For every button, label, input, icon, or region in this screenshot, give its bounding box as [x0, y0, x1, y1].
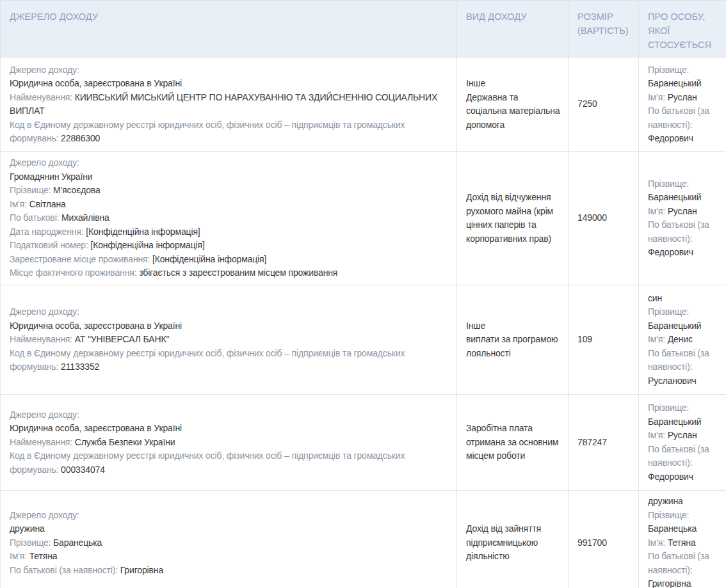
income-type-text: Заробітна плата отримана за основним міс… [466, 422, 560, 463]
amount-value: 7250 [577, 99, 597, 109]
person-field-label: Прізвище: [648, 179, 689, 189]
source-field-value: [Конфіденційна інформація] [152, 254, 266, 264]
source-field-label: По батькові: [10, 212, 59, 223]
source-field-value: 21133352 [61, 362, 99, 372]
table-row: Джерело доходу:Юридична особа, зареєстро… [1, 395, 726, 491]
person-field: дружина [648, 495, 718, 509]
source-field-label: По батькові (за наявності): [10, 565, 118, 575]
person-field-label: По батькові (за наявності): [648, 551, 709, 575]
person-field: син [648, 292, 718, 306]
income-type-cell: Іншевиплати за програмою лояльності [457, 285, 569, 395]
person-field-value: син [648, 293, 662, 303]
column-header-income-type: ВИД ДОХОДУ [457, 1, 569, 58]
source-field-label: Найменування: [10, 437, 72, 447]
person-field-label: По батькові (за наявності): [648, 106, 709, 130]
source-field-label: Прізвище: [10, 537, 51, 548]
person-field-value: Руслан [668, 92, 697, 102]
source-field-value: Григорівна [120, 565, 163, 575]
source-field-value: дружина [10, 523, 45, 534]
source-field: Юридична особа, зареєстрована в Україні [10, 77, 449, 91]
person-field-label: Ім'я: [648, 537, 665, 548]
amount-cell: 787247 [569, 395, 639, 491]
source-field-label: Податковий номер: [10, 240, 88, 250]
source-field-value: [Конфіденційна інформація] [86, 226, 200, 237]
source-field: Джерело доходу: [10, 63, 449, 77]
person-field: По батькові (за наявності): Русланович [648, 347, 718, 388]
person-field-value: Григорівна [648, 578, 691, 588]
amount-cell: 7250 [569, 58, 639, 152]
table-row: Джерело доходу:Громадянин УкраїниПрізвищ… [1, 152, 726, 285]
person-field-label: Ім'я: [648, 206, 665, 216]
source-field-label: Джерело доходу: [10, 65, 79, 75]
person-cell: Прізвище: БаранецькийІм'я: РусланПо бать… [639, 395, 726, 491]
person-field: Прізвище: Баранецький [648, 63, 718, 91]
source-cell: Джерело доходу:Юридична особа, зареєстро… [1, 58, 457, 152]
source-field-value: М'ясоєдова [53, 185, 101, 195]
person-field-label: По батькові (за наявності): [648, 348, 709, 372]
income-type-text: Державна та соціальна матеріальна допомо… [466, 91, 560, 132]
person-cell: синПрізвище: БаранецькийІм'я: ДенисПо ба… [639, 285, 726, 395]
source-field-label: Ім'я: [10, 199, 27, 209]
person-field-label: Прізвище: [648, 65, 689, 75]
person-field: По батькові (за наявності): Григорівна [648, 550, 718, 588]
person-field: Прізвище: Баранецька [648, 509, 718, 536]
amount-value: 787247 [577, 437, 607, 447]
source-field-label: Найменування: [10, 92, 72, 102]
income-type-cell: Дохід від відчуження рухомого майна (крі… [457, 152, 569, 285]
source-field-value: Світлана [29, 199, 66, 209]
table-row: Джерело доходу:Юридична особа, зареєстро… [1, 285, 726, 395]
source-field-label: Зареєстроване місце проживання: [10, 254, 150, 264]
person-field-value: Федорович [648, 472, 693, 482]
person-field-label: Ім'я: [648, 334, 665, 344]
person-field-value: Русланович [648, 376, 697, 386]
income-type-cell: ІншеДержавна та соціальна матеріальна до… [457, 58, 569, 152]
source-field: Дата народження: [Конфіденційна інформац… [10, 225, 449, 239]
source-field-value: 22886300 [61, 133, 100, 143]
source-field-value: [Конфіденційна інформація] [90, 240, 204, 250]
person-field-label: Прізвище: [648, 402, 689, 413]
source-field-label: Джерело доходу: [10, 306, 79, 317]
source-field-label: Прізвище: [10, 185, 51, 195]
column-header-person: ПРО ОСОБУ, ЯКОЇ СТОСУЄТЬСЯ [639, 1, 726, 58]
table-row: Джерело доходу:Юридична особа, зареєстро… [1, 58, 726, 152]
source-field-label: Джерело доходу: [10, 510, 79, 520]
column-header-amount-label: РОЗМІР (ВАРТІСТЬ) [577, 12, 629, 36]
source-field: Ім'я: Світлана [10, 198, 449, 212]
amount-cell: 109 [569, 285, 639, 395]
person-field-value: дружина [648, 496, 683, 506]
source-field: Податковий номер: [Конфіденційна інформа… [10, 239, 449, 253]
income-type-text: виплати за програмою лояльності [466, 333, 560, 360]
person-field: Ім'я: Руслан [648, 429, 718, 443]
source-field: По батькові: Михайлівна [10, 211, 449, 225]
person-field-value: Денис [668, 334, 693, 344]
source-field-value: Юридична особа, зареєстрована в Україні [10, 423, 182, 433]
person-field: Ім'я: Руслан [648, 205, 718, 219]
source-field-value: Михайлівна [61, 212, 109, 223]
person-field-label: Прізвище: [648, 510, 689, 520]
person-field: Прізвище: Баранецький [648, 401, 718, 429]
person-cell: дружинаПрізвище: БаранецькаІм'я: ТетянаП… [639, 491, 726, 588]
person-field-value: Федорович [648, 247, 693, 257]
person-field: По батькові (за наявності): Федорович [648, 443, 718, 484]
source-field-value: Юридична особа, зареєстрована в Україні [10, 321, 182, 331]
source-field: Юридична особа, зареєстрована в Україні [10, 422, 449, 436]
source-field-label: Ім'я: [10, 551, 27, 561]
income-type-text: Інше [466, 319, 560, 333]
source-field: Код в Єдиному державному реєстрі юридичн… [10, 118, 449, 146]
source-field-value: АТ "УНІВЕРСАЛ БАНК" [75, 334, 170, 344]
person-field-value: Баранецька [648, 523, 697, 534]
person-field-value: Руслан [668, 206, 697, 216]
person-field: По батькові (за наявності): Федорович [648, 218, 718, 260]
source-field: Найменування: Служба Безпеки України [10, 436, 449, 450]
declarations-page: ДЖЕРЕЛО ДОХОДУ ВИД ДОХОДУ РОЗМІР (ВАРТІС… [0, 0, 726, 588]
source-field-label: Джерело доходу: [10, 409, 79, 420]
source-field: Джерело доходу: [10, 408, 449, 422]
person-field-value: Руслан [668, 430, 697, 440]
person-field-label: Ім'я: [648, 92, 665, 102]
source-field: Код в Єдиному державному реєстрі юридичн… [10, 347, 449, 374]
source-field: Громадянин України [10, 170, 449, 184]
income-declaration-table: ДЖЕРЕЛО ДОХОДУ ВИД ДОХОДУ РОЗМІР (ВАРТІС… [0, 0, 726, 588]
amount-cell: 149000 [569, 152, 639, 285]
source-field-value: Громадянин України [10, 171, 92, 182]
person-field-label: Ім'я: [648, 430, 665, 440]
